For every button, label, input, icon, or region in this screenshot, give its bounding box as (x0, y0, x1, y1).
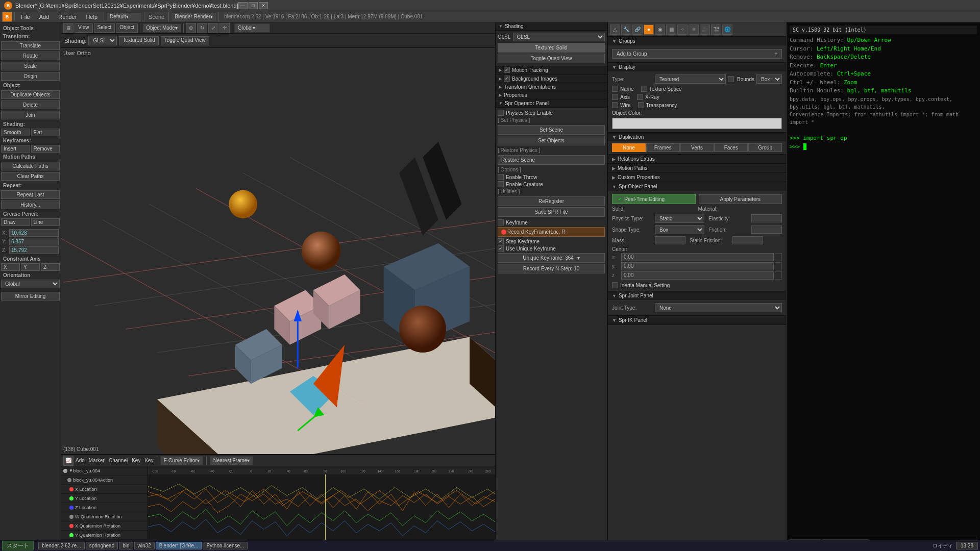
timeline-view-menu[interactable]: Add (76, 458, 85, 463)
transparency-checkbox[interactable] (638, 102, 644, 108)
bounds-type-select[interactable]: Box (756, 74, 782, 84)
realtime-editing-button[interactable]: ✓ Real-Time Editing (612, 194, 696, 204)
motion-tracking-checkbox[interactable]: ✓ (504, 67, 510, 73)
center-y-input[interactable]: 0.00 (621, 262, 774, 270)
center-z-arrows[interactable] (775, 271, 782, 280)
particles-icon[interactable]: ⁘ (677, 24, 688, 35)
mirror-editing-button[interactable]: Mirror Editing (1, 292, 60, 300)
use-unique-checkbox[interactable]: ✓ (498, 245, 504, 252)
toggle-quad-view-mid-button[interactable]: Toggle Quad View (498, 54, 605, 63)
track-4[interactable]: Z Location (61, 503, 148, 512)
clear-paths-button[interactable]: Clear Paths (1, 172, 60, 181)
translate-button[interactable]: Translate (1, 41, 60, 50)
axis-y-button[interactable]: Y (21, 263, 40, 271)
render-icon[interactable]: 🎥 (700, 24, 710, 35)
spr-operator-header[interactable]: ▼ Spr Operator Panel (496, 99, 607, 108)
select-icon[interactable]: ✛ (219, 23, 230, 33)
remove-keyframe-button[interactable]: Remove (31, 145, 60, 153)
blender-icon-btn[interactable]: B (2, 12, 12, 22)
axis-x-button[interactable]: X (1, 263, 20, 271)
wire-checkbox[interactable] (612, 102, 618, 108)
background-images-header[interactable]: ▶ ✓ Background Images (496, 74, 607, 83)
set-scene-button[interactable]: Set Scene (498, 125, 605, 135)
toggle-quad-view-button[interactable]: Toggle Quad View (161, 36, 209, 45)
properties-header[interactable]: ▶ Properties (496, 91, 607, 99)
taskbar-app-3[interactable]: win32 (134, 542, 155, 549)
origin-button[interactable]: Origin (1, 72, 60, 81)
shading-mode-mid-select[interactable]: GLSL (513, 33, 605, 41)
inertia-checkbox[interactable] (612, 282, 618, 288)
global-dropdown[interactable]: Global ▾ (234, 23, 270, 33)
duplication-title[interactable]: ▼ Duplication (608, 133, 786, 141)
object-data-icon[interactable]: ● (644, 24, 654, 35)
bounds-checkbox[interactable] (728, 76, 734, 82)
taskbar-app-1[interactable]: springhead (86, 542, 118, 549)
name-checkbox[interactable] (612, 86, 618, 92)
physics-icon[interactable]: ⚛ (689, 24, 699, 35)
motion-paths-r-title[interactable]: ▶ Motion Paths (608, 164, 786, 172)
close-button[interactable]: ✕ (259, 2, 268, 9)
object-menu[interactable]: Object (116, 23, 138, 33)
constraint-icon[interactable]: 🔗 (632, 24, 643, 35)
fcurve-editor-dropdown[interactable]: F-Curve Editor ▾ (160, 456, 203, 465)
physics-step-checkbox[interactable] (498, 110, 504, 116)
join-button[interactable]: Join (1, 111, 60, 119)
track-expand-0[interactable]: ▼ (69, 468, 73, 473)
scale-icon[interactable]: ⤢ (208, 23, 218, 33)
rotate-button[interactable]: Rotate (1, 52, 60, 60)
enable-creature-checkbox[interactable] (498, 181, 504, 187)
smooth-button[interactable]: Smooth (1, 129, 30, 136)
track-7[interactable]: Y Quaternion Rotation (61, 531, 148, 540)
track-1[interactable]: block_yu.004Action (61, 475, 148, 485)
maximize-button[interactable]: □ (249, 2, 258, 9)
calculate-paths-button[interactable]: Calculate Paths (1, 162, 60, 170)
scene-icon[interactable]: 🎬 (711, 24, 721, 35)
track-0[interactable]: ▼ block_yu.004 (61, 466, 148, 475)
mode-dropdown[interactable]: Default ▾ (106, 12, 142, 21)
material-icon[interactable]: ◉ (655, 24, 665, 35)
joint-type-select[interactable]: None (655, 303, 782, 312)
rotate-icon[interactable]: ↻ (197, 23, 207, 33)
shape-type-select[interactable]: Box (655, 225, 704, 234)
relations-extras-title[interactable]: ▶ Relations Extras (608, 155, 786, 163)
track-6[interactable]: X Quaternion Rotation (61, 521, 148, 531)
timeline-icon[interactable]: 📈 (63, 456, 74, 466)
mass-input[interactable]: 1.000 (655, 236, 685, 244)
friction-input[interactable]: 0.500 (751, 226, 782, 234)
texture-space-checkbox[interactable] (641, 86, 647, 92)
view-menu[interactable]: View (75, 23, 93, 33)
center-x-input[interactable]: 0.00 (621, 253, 774, 261)
timeline-channel-menu[interactable]: Key (132, 458, 140, 463)
grease-line-button[interactable]: Line (31, 218, 60, 226)
track-3[interactable]: Y Location (61, 494, 148, 503)
mesh-icon[interactable]: △ (610, 24, 620, 35)
enable-throw-checkbox[interactable] (498, 174, 504, 180)
apply-parameters-button[interactable]: Apply Parameters (699, 194, 782, 204)
taskbar-app-4[interactable]: Blender* [G:¥te... (156, 542, 202, 549)
set-objects-button[interactable]: Set Objects (498, 136, 605, 145)
dup-tab-verts[interactable]: Verts (680, 143, 714, 152)
static-friction-input[interactable]: 0.50 (732, 236, 763, 244)
physics-type-select[interactable]: Static (655, 214, 704, 223)
start-button[interactable]: スタート (2, 541, 34, 550)
orientation-dropdown[interactable]: Global (1, 280, 60, 288)
menu-file[interactable]: File (17, 13, 34, 21)
timeline-select-menu[interactable]: Marker (89, 458, 105, 463)
axis-checkbox[interactable] (612, 94, 618, 100)
custom-properties-title[interactable]: ▶ Custom Properties (608, 173, 786, 182)
viewport[interactable]: User Ortho (61, 48, 495, 454)
timeline-graph[interactable]: 138 -100 -80 -60 -40 -20 0 20 40 60 80 1… (148, 466, 495, 551)
transform-orientations-header[interactable]: ▶ Transform Orientations (496, 83, 607, 91)
grease-draw-button[interactable]: Draw (1, 218, 30, 226)
display-type-select[interactable]: Textured (655, 74, 726, 84)
world-icon[interactable]: 🌐 (722, 24, 732, 35)
display-title[interactable]: ▼ Display (608, 63, 786, 71)
record-keyframe-button[interactable]: Record KeyFrame(Loc, R (498, 227, 605, 237)
axis-z-button[interactable]: Z (41, 263, 60, 271)
select-menu[interactable]: Select (94, 23, 115, 33)
add-to-group-button[interactable]: Add to Group + (612, 49, 782, 59)
groups-title[interactable]: ▼ Groups (608, 37, 786, 45)
menu-help[interactable]: Help (82, 13, 102, 21)
reregister-button[interactable]: ReRegister (498, 196, 605, 206)
track-5[interactable]: W Quaternion Rotation (61, 512, 148, 521)
